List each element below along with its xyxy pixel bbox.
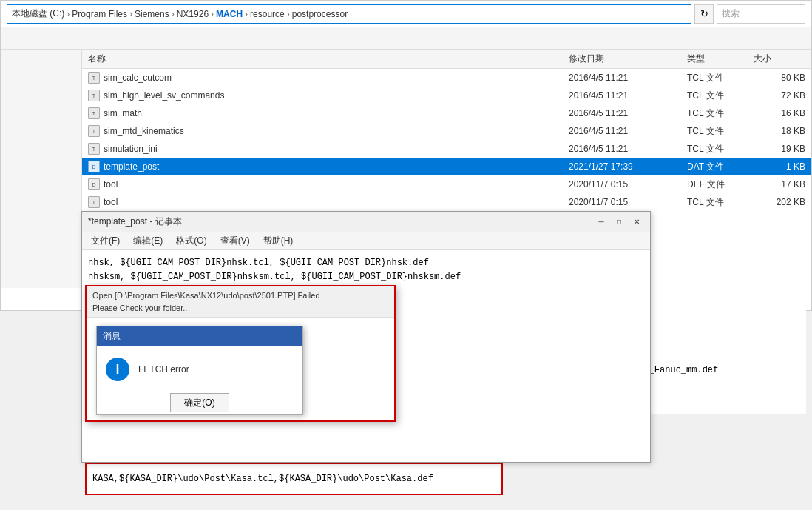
notepad-line-1: nhsk, ${UGII_CAM_POST_DIR}nhsk.tcl, ${UG… xyxy=(88,256,644,270)
file-name: sim_high_level_sv_commands xyxy=(104,90,224,101)
file-name: sim_calc_cutcom xyxy=(104,73,172,83)
path-part-7[interactable]: postprocessor xyxy=(292,9,348,19)
file-modified: 2016/4/5 11:21 xyxy=(569,90,687,101)
file-name: sim_mtd_kinematics xyxy=(104,126,184,136)
minimize-button[interactable]: ─ xyxy=(594,216,609,228)
menu-format[interactable]: 格式(O) xyxy=(170,233,212,249)
file-name-cell: T sim_high_level_sv_commands xyxy=(88,90,569,101)
file-type: TCL 文件 xyxy=(687,143,754,155)
file-type-icon: T xyxy=(88,107,100,119)
col-modified[interactable]: 修改日期 xyxy=(569,53,687,65)
file-size: 202 KB xyxy=(754,197,805,207)
file-modified: 2020/11/7 0:15 xyxy=(569,179,687,189)
file-type-icon: T xyxy=(88,72,100,84)
file-type-icon: T xyxy=(88,90,100,101)
address-bar: 本地磁盘 (C:) › Program Files › Siemens › NX… xyxy=(1,1,811,27)
file-name: sim_math xyxy=(104,108,142,118)
file-type-icon: T xyxy=(88,196,100,208)
menu-help[interactable]: 帮助(H) xyxy=(257,233,300,249)
file-size: 17 KB xyxy=(754,179,805,189)
file-size: 80 KB xyxy=(754,73,805,83)
file-name-cell: T sim_mtd_kinematics xyxy=(88,125,569,137)
table-row[interactable]: T sim_mtd_kinematics 2016/4/5 11:21 TCL … xyxy=(82,122,811,140)
file-type: TCL 文件 xyxy=(687,196,754,209)
search-input[interactable]: 搜索 xyxy=(717,4,805,24)
notepad-line-2: nhsksm, ${UGII_CAM_POST_DIR}nhsksm.tcl, … xyxy=(88,270,644,284)
info-icon: i xyxy=(106,358,129,381)
message-dialog: 消息 i FETCH error 确定(O) xyxy=(96,326,303,415)
file-type: DEF 文件 xyxy=(687,178,754,191)
file-modified: 2021/1/27 17:39 xyxy=(569,161,687,172)
file-type-icon: D xyxy=(88,178,100,190)
sidebar xyxy=(1,50,82,288)
search-placeholder: 搜索 xyxy=(722,7,740,20)
table-row[interactable]: T sim_high_level_sv_commands 2016/4/5 11… xyxy=(82,87,811,104)
path-part-2[interactable]: Program Files xyxy=(72,9,127,19)
path-part-6[interactable]: resource xyxy=(250,9,285,19)
bottom-text: KASA,${KASA_DIR}\udo\Post\Kasa.tcl,${KAS… xyxy=(92,474,433,484)
path-part-5[interactable]: MACH xyxy=(216,9,243,19)
error-line-1: Open [D:\Program Files\Kasa\NX12\udo\pos… xyxy=(92,289,388,302)
file-size: 16 KB xyxy=(754,108,805,118)
close-button[interactable]: ✕ xyxy=(629,216,644,228)
file-modified: 2020/11/7 0:15 xyxy=(569,197,687,207)
file-modified: 2016/4/5 11:21 xyxy=(569,126,687,136)
path-part-3[interactable]: Siemens xyxy=(135,9,169,19)
sidebar-item-3[interactable] xyxy=(1,85,81,101)
table-row[interactable]: D template_post 2021/1/27 17:39 DAT 文件 1… xyxy=(82,158,811,175)
file-name: simulation_ini xyxy=(104,144,158,154)
table-row[interactable]: T tool 2020/11/7 0:15 TCL 文件 202 KB xyxy=(82,193,811,211)
path-part-1[interactable]: 本地磁盘 (C:) xyxy=(12,7,64,20)
sidebar-item-4[interactable] xyxy=(1,101,81,118)
file-type: TCL 文件 xyxy=(687,90,754,102)
sidebar-item-1[interactable] xyxy=(1,53,81,69)
path-part-4[interactable]: NX1926 xyxy=(177,9,209,19)
file-name-cell: D tool xyxy=(88,178,569,190)
col-size[interactable]: 大小 xyxy=(754,53,805,65)
refresh-button[interactable]: ↻ xyxy=(694,4,714,24)
message-body: i FETCH error xyxy=(97,346,302,393)
table-row[interactable]: T simulation_ini 2016/4/5 11:21 TCL 文件 1… xyxy=(82,140,811,158)
col-name[interactable]: 名称 xyxy=(88,53,569,65)
file-name: template_post xyxy=(104,161,159,172)
table-row[interactable]: T sim_math 2016/4/5 11:21 TCL 文件 16 KB xyxy=(82,104,811,122)
file-type: TCL 文件 xyxy=(687,72,754,84)
file-size: 1 KB xyxy=(754,161,805,172)
file-rows-container: T sim_calc_cutcom 2016/4/5 11:21 TCL 文件 … xyxy=(82,69,811,211)
file-modified: 2016/4/5 11:21 xyxy=(569,144,687,154)
file-modified: 2016/4/5 11:21 xyxy=(569,108,687,118)
file-name-cell: D template_post xyxy=(88,161,569,172)
notepad-title: *template_post - 记事本 xyxy=(88,215,182,228)
file-name-cell: T tool xyxy=(88,196,569,208)
message-title: 消息 xyxy=(103,330,121,343)
notepad-titlebar: *template_post - 记事本 ─ □ ✕ xyxy=(82,212,650,232)
file-name-cell: T sim_calc_cutcom xyxy=(88,72,569,84)
file-size: 19 KB xyxy=(754,144,805,154)
maximize-button[interactable]: □ xyxy=(612,216,626,228)
file-name: tool xyxy=(104,197,118,207)
col-type[interactable]: 类型 xyxy=(687,53,754,65)
file-modified: 2016/4/5 11:21 xyxy=(569,73,687,83)
file-type-icon: T xyxy=(88,143,100,155)
menu-view[interactable]: 查看(V) xyxy=(214,233,256,249)
message-titlebar: 消息 xyxy=(97,326,302,346)
menu-file[interactable]: 文件(F) xyxy=(85,233,126,249)
explorer-toolbar xyxy=(1,27,811,50)
menu-edit[interactable]: 编辑(E) xyxy=(127,233,169,249)
table-row[interactable]: D tool 2020/11/7 0:15 DEF 文件 17 KB xyxy=(82,175,811,193)
file-type: TCL 文件 xyxy=(687,107,754,120)
file-type-icon: T xyxy=(88,125,100,137)
file-type-icon: D xyxy=(88,161,100,172)
message-buttons: 确定(O) xyxy=(97,393,302,420)
notepad-menubar: 文件(F) 编辑(E) 格式(O) 查看(V) 帮助(H) xyxy=(82,232,650,250)
message-text: FETCH error xyxy=(138,364,189,375)
ok-button[interactable]: 确定(O) xyxy=(170,393,229,412)
file-size: 72 KB xyxy=(754,90,805,101)
file-type: DAT 文件 xyxy=(687,161,754,173)
sidebar-item-2[interactable] xyxy=(1,69,81,85)
file-name-cell: T simulation_ini xyxy=(88,143,569,155)
error-line-2: Please Check your folder.. xyxy=(92,302,388,315)
file-list-header: 名称 修改日期 类型 大小 xyxy=(82,50,811,69)
address-path[interactable]: 本地磁盘 (C:) › Program Files › Siemens › NX… xyxy=(7,4,691,24)
table-row[interactable]: T sim_calc_cutcom 2016/4/5 11:21 TCL 文件 … xyxy=(82,69,811,87)
